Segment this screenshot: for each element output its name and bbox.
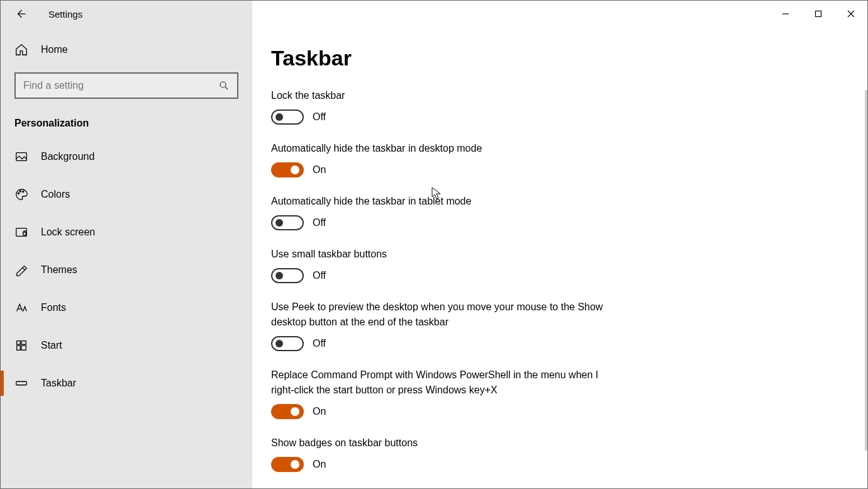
image-icon [14,150,28,164]
sidebar-item-background[interactable]: Background [1,138,252,176]
sidebar-item-colors[interactable]: Colors [1,176,252,213]
sidebar-item-fonts[interactable]: Fonts [1,289,252,327]
setting-label: Automatically hide the taskbar in tablet… [271,194,623,209]
toggle-state-label: On [313,164,326,176]
back-button[interactable] [14,8,27,20]
toggle-state-label: On [313,459,326,470]
palette-icon [14,188,28,201]
toggle-state-label: On [313,406,326,417]
start-icon [14,339,28,352]
setting-group: Replace Command Prompt with Windows Powe… [271,368,623,419]
search-icon [218,80,230,91]
sidebar-category: Personalization [1,106,252,138]
sidebar-item-label: Home [41,44,68,55]
search-input-wrap[interactable] [14,72,238,99]
toggle-switch[interactable] [271,457,304,472]
toggle-switch[interactable] [271,336,304,351]
svg-rect-10 [21,346,26,350]
home-icon [14,43,28,57]
svg-rect-6 [23,232,26,235]
maximize-button[interactable] [802,1,835,27]
toggle-state-label: Off [313,270,326,281]
svg-rect-9 [17,346,21,350]
themes-icon [14,263,28,277]
setting-group: Automatically hide the taskbar in deskto… [271,141,623,177]
svg-point-3 [19,191,21,192]
sidebar-item-label: Taskbar [41,378,76,389]
toggle-switch[interactable] [271,215,304,230]
taskbar-icon [14,376,28,390]
toggle-switch[interactable] [271,162,304,177]
setting-group: Lock the taskbarOff [271,88,623,125]
setting-group: Show badges on taskbar buttonsOn [271,436,623,472]
sidebar-item-taskbar[interactable]: Taskbar [1,364,252,402]
toggle-switch[interactable] [271,268,304,283]
toggle-switch[interactable] [271,110,304,125]
close-button[interactable] [835,1,867,27]
svg-rect-1 [16,153,27,161]
setting-label: Use Peek to preview the desktop when you… [271,300,623,330]
setting-label: Lock the taskbar [271,88,623,103]
svg-rect-11 [16,381,27,385]
toggle-state-label: Off [313,111,326,123]
sidebar-item-home[interactable]: Home [1,27,252,72]
setting-label: Replace Command Prompt with Windows Powe… [271,368,623,398]
svg-rect-8 [21,341,26,345]
window-title: Settings [48,9,82,20]
sidebar-item-label: Fonts [41,302,66,313]
sidebar-item-label: Colors [41,189,70,200]
svg-rect-12 [816,11,821,17]
svg-point-2 [18,193,19,194]
svg-point-4 [23,191,24,192]
minimize-button[interactable] [769,1,802,27]
fonts-icon [14,301,28,315]
lock-screen-icon [14,225,28,239]
setting-label: Automatically hide the taskbar in deskto… [271,141,623,156]
sidebar-item-start[interactable]: Start [1,327,252,364]
content-area: Taskbar Lock the taskbarOffAutomatically… [252,27,867,488]
sidebar-item-label: Themes [41,264,77,276]
sidebar-item-label: Lock screen [41,227,95,238]
sidebar-item-label: Start [41,340,62,351]
setting-group: Use Peek to preview the desktop when you… [271,300,623,351]
page-title: Taskbar [271,46,867,70]
sidebar-item-lock-screen[interactable]: Lock screen [1,213,252,251]
toggle-state-label: Off [313,338,326,349]
toggle-state-label: Off [313,217,326,228]
sidebar-item-themes[interactable]: Themes [1,251,252,289]
toggle-switch[interactable] [271,404,304,419]
scrollbar[interactable] [865,90,867,451]
svg-point-0 [220,82,226,87]
sidebar-item-label: Background [41,151,94,162]
setting-group: Automatically hide the taskbar in tablet… [271,194,623,230]
search-input[interactable] [23,80,218,91]
setting-label: Use small taskbar buttons [271,247,623,262]
svg-rect-7 [17,341,21,345]
setting-label: Show badges on taskbar buttons [271,436,623,451]
setting-group: Use small taskbar buttonsOff [271,247,623,283]
